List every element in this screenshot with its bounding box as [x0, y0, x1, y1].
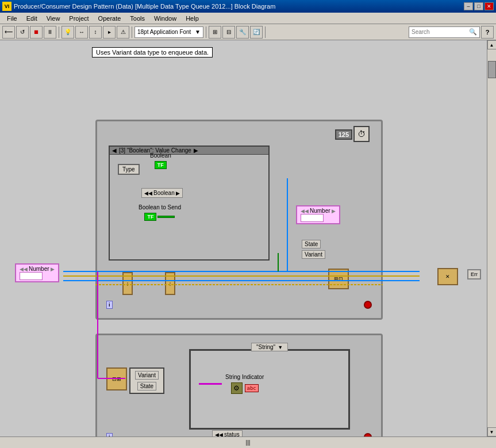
- toolbar-step-into[interactable]: ↔: [75, 26, 88, 39]
- left-number-label: Number: [29, 266, 49, 272]
- scroll-up-button[interactable]: ▲: [487, 40, 497, 49]
- menu-help[interactable]: Help: [181, 14, 203, 23]
- main-area: Uses Variant data type to enqueue data. …: [0, 40, 496, 436]
- string-header-label: "String": [256, 344, 275, 350]
- toolbar-abort[interactable]: ⏹: [30, 26, 43, 39]
- vertical-scrollbar[interactable]: ▲ ▼: [487, 40, 496, 436]
- menu-file[interactable]: File: [2, 14, 22, 23]
- boolean-send-wire: [157, 216, 175, 218]
- separator-4: [265, 26, 266, 38]
- dequeue-block: ⊡⊞: [106, 367, 127, 390]
- boolean-to-send-text: Boolean to Send: [139, 204, 181, 210]
- annotation-text: Uses Variant data type to enqueue data.: [92, 47, 213, 58]
- separator-3: [206, 26, 206, 38]
- string-case-structure: "String" ▼ String Indicator ⚙ abc: [189, 349, 350, 430]
- font-selector-label: 18pt Application Font: [137, 29, 191, 35]
- toolbar-run-arrow[interactable]: ⟵: [2, 26, 15, 39]
- minimize-button[interactable]: –: [464, 2, 473, 10]
- menu-operate[interactable]: Operate: [94, 14, 126, 23]
- state-label-lower: State: [140, 383, 153, 389]
- enqueue-block: ⊞⊡: [328, 269, 349, 289]
- variant-label-block: Variant: [302, 250, 325, 259]
- bundle-block-upper-left: ⋮: [122, 272, 133, 295]
- timer-icon: ⏱: [353, 126, 370, 142]
- upper-stop-indicator: [364, 301, 372, 309]
- string-indicator-text: String Indicator: [225, 374, 264, 380]
- boolean-text: Boolean: [150, 152, 171, 159]
- status-label: status: [224, 431, 240, 436]
- string-indicator-group: String Indicator ⚙ abc: [225, 374, 264, 394]
- boolean-to-send-group: Boolean to Send TF: [139, 204, 181, 221]
- event-header: ◀ [3] "Boolean": Value Change ▶: [110, 147, 268, 155]
- gear-icon-lower: ⚙: [231, 382, 243, 394]
- state-label-block: State: [302, 240, 321, 248]
- search-box[interactable]: 🔍: [409, 26, 480, 38]
- string-indicator-value: abc: [245, 384, 259, 392]
- search-icon: 🔍: [469, 28, 477, 36]
- variant-label-lower: Variant: [138, 372, 156, 378]
- merge-block-upper: ⋮: [165, 272, 175, 295]
- number-inner-label: Number: [310, 208, 330, 214]
- canvas[interactable]: Uses Variant data type to enqueue data. …: [0, 40, 487, 436]
- menu-window[interactable]: Window: [149, 14, 181, 23]
- status-bar-text: |||: [246, 439, 251, 446]
- error-block: ✕: [437, 268, 458, 285]
- status-bar-center: |||: [2, 439, 494, 446]
- toolbar-run-broken[interactable]: ↺: [16, 26, 29, 39]
- menu-bar: File Edit View Project Operate Tools Win…: [0, 13, 496, 24]
- menu-view[interactable]: View: [42, 14, 65, 23]
- toolbar-pause[interactable]: ⏸: [44, 26, 56, 39]
- left-number-control[interactable]: ◀◀ Number ▶: [15, 263, 59, 282]
- lower-stop-indicator: [364, 433, 372, 436]
- error-indicator: Err: [467, 269, 481, 279]
- loop-index-lower: i: [106, 433, 113, 436]
- scroll-down-button[interactable]: ▼: [487, 427, 497, 436]
- event-structure: ◀ [3] "Boolean": Value Change ▶ Type Boo…: [109, 145, 270, 261]
- app-icon-label: VI: [5, 3, 10, 9]
- scroll-track[interactable]: [487, 49, 496, 427]
- app-icon: VI: [2, 2, 11, 11]
- font-selector[interactable]: 18pt Application Font ▼: [134, 26, 203, 38]
- toolbar-distribute[interactable]: ⊟: [222, 26, 235, 39]
- numeric-constant-125: 125: [335, 129, 352, 140]
- number-control-inner[interactable]: ◀◀ Number ▶: [296, 205, 340, 224]
- boolean-group: Boolean TF: [150, 152, 171, 169]
- toolbar-warn[interactable]: ⚠: [117, 26, 129, 39]
- lower-loop: Variant State ⊡⊞ "String" ▼ String Indic…: [95, 334, 383, 436]
- toolbar-step-out[interactable]: ▸: [103, 26, 116, 39]
- toolbar-step-over[interactable]: ↕: [89, 26, 102, 39]
- title-bar: VI Producer/Consumer Design Pattern (Dat…: [0, 0, 496, 13]
- toolbar-highlight[interactable]: 💡: [61, 26, 74, 39]
- window-title: Producer/Consumer Design Pattern (Data) …: [14, 3, 464, 10]
- toolbar-reorder[interactable]: 🔄: [250, 26, 263, 39]
- toolbar: ⟵ ↺ ⏹ ⏸ 💡 ↔ ↕ ▸ ⚠ 18pt Application Font …: [0, 24, 496, 40]
- toolbar-align[interactable]: ⊞: [209, 26, 221, 39]
- menu-tools[interactable]: Tools: [125, 14, 149, 23]
- toolbar-resize[interactable]: 🔧: [236, 26, 249, 39]
- boolean-send-indicator: TF: [144, 213, 156, 221]
- menu-project[interactable]: Project: [64, 14, 93, 23]
- status-label-block: ◀◀ status: [212, 430, 243, 436]
- loop-index-upper: i: [106, 301, 113, 309]
- window-controls: – □ ✕: [464, 2, 494, 10]
- scroll-thumb[interactable]: [488, 61, 496, 78]
- type-label-block: Type: [118, 164, 140, 175]
- search-input[interactable]: [412, 29, 469, 35]
- boolean-selector[interactable]: ◀◀ Boolean ▶: [141, 188, 183, 198]
- pink-wire-inner: [199, 383, 222, 385]
- help-button[interactable]: ?: [481, 26, 494, 39]
- menu-edit[interactable]: Edit: [22, 14, 42, 23]
- status-bar: |||: [0, 436, 496, 448]
- maximize-button[interactable]: □: [474, 2, 483, 10]
- upper-loop: ◀ [3] "Boolean": Value Change ▶ Type Boo…: [95, 120, 383, 320]
- separator-2: [132, 26, 132, 38]
- variant-state-block: Variant State: [129, 367, 164, 394]
- close-button[interactable]: ✕: [485, 2, 494, 10]
- boolean-indicator: TF: [155, 161, 167, 169]
- separator-1: [59, 26, 59, 38]
